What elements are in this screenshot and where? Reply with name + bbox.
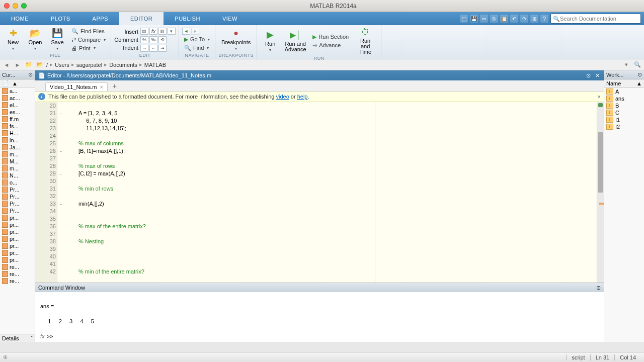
file-item[interactable]: pr... bbox=[0, 256, 35, 263]
line-gutter[interactable]: 2021222324252627282930313233343536373839… bbox=[35, 102, 57, 283]
breakpoints-button[interactable]: ● Breakpoints ▾ bbox=[218, 27, 254, 52]
file-item[interactable]: a... bbox=[0, 87, 35, 95]
new-button[interactable]: ✚ New ▾ bbox=[3, 27, 23, 52]
tab-home[interactable]: HOME bbox=[0, 12, 40, 25]
file-item[interactable]: re... bbox=[0, 270, 35, 278]
file-item[interactable]: M... bbox=[0, 158, 35, 165]
workspace-list[interactable]: AansBCI1I2 bbox=[604, 88, 644, 342]
file-list-header[interactable]: 📄 ▲ bbox=[0, 79, 35, 87]
search-documentation[interactable]: 🔍 bbox=[550, 14, 641, 24]
file-item[interactable]: pr... bbox=[0, 235, 35, 242]
cmd-menu-icon[interactable]: ⊙ bbox=[596, 285, 601, 291]
file-tab-active[interactable]: Video_11_Notes.m × bbox=[45, 82, 108, 91]
file-item[interactable]: N... bbox=[0, 172, 35, 179]
workspace-variable[interactable]: A bbox=[604, 88, 644, 95]
qa-cut-icon[interactable]: ✂ bbox=[480, 15, 488, 23]
code-warning-mark[interactable] bbox=[599, 203, 604, 205]
zoom-window-button[interactable] bbox=[21, 3, 27, 9]
comment-add-icon[interactable]: % bbox=[140, 36, 148, 43]
workspace-variable[interactable]: I2 bbox=[604, 123, 644, 130]
addr-dropdown-button[interactable]: ▾ bbox=[622, 60, 631, 69]
qa-copy-icon[interactable]: ⎘ bbox=[490, 15, 498, 23]
run-section-button[interactable]: ▶Run Section bbox=[310, 33, 351, 41]
file-item[interactable]: Pr... bbox=[0, 207, 35, 214]
run-advance-button[interactable]: ▶│ Run and Advance bbox=[282, 29, 308, 53]
path-seg-3[interactable]: MATLAB bbox=[144, 62, 166, 68]
comment-remove-icon[interactable]: ‰ bbox=[149, 36, 157, 43]
details-header[interactable]: Details ˇ bbox=[0, 334, 35, 342]
banner-help-link[interactable]: help bbox=[297, 94, 308, 100]
qa-icon-1[interactable]: ⬚ bbox=[460, 15, 468, 23]
addr-search-button[interactable]: 🔍 bbox=[633, 60, 642, 69]
insert-fx-icon[interactable]: fx bbox=[149, 28, 157, 35]
qa-help-icon[interactable]: ? bbox=[540, 15, 548, 23]
file-item[interactable]: pr... bbox=[0, 221, 35, 228]
tab-apps[interactable]: APPS bbox=[82, 12, 119, 25]
file-item[interactable]: Pr... bbox=[0, 193, 35, 200]
file-item[interactable]: pr... bbox=[0, 249, 35, 256]
file-item[interactable]: es... bbox=[0, 109, 35, 116]
comment-wrap-icon[interactable]: ⟲ bbox=[158, 36, 167, 43]
editor-body[interactable]: 2021222324252627282930313233343536373839… bbox=[35, 102, 604, 283]
file-tab-close-icon[interactable]: × bbox=[100, 84, 103, 90]
find-files-button[interactable]: 🔍Find Files bbox=[69, 28, 108, 35]
file-item[interactable]: re... bbox=[0, 278, 35, 285]
file-item[interactable]: pr... bbox=[0, 214, 35, 221]
file-item[interactable]: in... bbox=[0, 137, 35, 144]
find-button[interactable]: 🔍Find bbox=[182, 44, 212, 52]
indent-smart-icon[interactable]: ⇥ bbox=[158, 45, 167, 52]
file-item[interactable]: m... bbox=[0, 165, 35, 172]
command-window-body[interactable]: ans = 1 2 3 4 5 fx >> bbox=[35, 292, 604, 342]
tab-view[interactable]: VIEW bbox=[211, 12, 249, 25]
insert-misc-icon[interactable]: ▥ bbox=[158, 28, 167, 35]
current-folder-header[interactable]: Cur... ⊙ bbox=[0, 70, 35, 79]
file-item[interactable]: Ja... bbox=[0, 144, 35, 151]
nav-back-icon[interactable]: ◄ bbox=[182, 28, 190, 35]
file-item[interactable]: Pr... bbox=[0, 186, 35, 193]
goto-button[interactable]: ▶Go To bbox=[182, 36, 212, 43]
file-item[interactable]: Pr... bbox=[0, 200, 35, 207]
print-button[interactable]: 🖨Print bbox=[69, 45, 108, 52]
indent-left-icon[interactable]: ← bbox=[149, 45, 157, 52]
command-window-header[interactable]: Command Window ⊙ bbox=[35, 283, 604, 292]
banner-video-link[interactable]: video bbox=[276, 94, 289, 100]
workspace-variable[interactable]: C bbox=[604, 109, 644, 116]
workspace-header[interactable]: Work... ⊙ bbox=[604, 70, 644, 79]
addr-back-button[interactable]: ◄ bbox=[2, 60, 11, 69]
file-item[interactable]: o... bbox=[0, 179, 35, 186]
open-button[interactable]: 📂 Open ▾ bbox=[25, 27, 45, 52]
indent-right-icon[interactable]: → bbox=[140, 45, 148, 52]
tab-publish[interactable]: PUBLISH bbox=[164, 12, 211, 25]
add-tab-button[interactable]: + bbox=[109, 81, 121, 91]
workspace-variable[interactable]: B bbox=[604, 102, 644, 109]
banner-close-icon[interactable]: × bbox=[598, 94, 601, 100]
exec-gutter[interactable]: ---- bbox=[57, 102, 64, 283]
path-seg-1[interactable]: sagarpatel bbox=[76, 62, 102, 68]
file-item[interactable]: pr... bbox=[0, 242, 35, 249]
path-seg-0[interactable]: Users bbox=[55, 62, 69, 68]
addr-up-button[interactable]: 📁 bbox=[24, 60, 33, 69]
qa-paste-icon[interactable]: 📋 bbox=[500, 15, 508, 23]
run-button[interactable]: ▶ Run ▾ bbox=[260, 29, 280, 53]
address-path[interactable]: /▸ Users▸ sagarpatel▸ Documents▸ MATLAB bbox=[46, 61, 166, 68]
file-item[interactable]: el... bbox=[0, 102, 35, 109]
panel-menu-icon[interactable]: ⊙ bbox=[28, 71, 33, 78]
file-item[interactable]: fs... bbox=[0, 123, 35, 130]
code-health-indicator[interactable] bbox=[598, 103, 603, 107]
file-item[interactable]: m... bbox=[0, 151, 35, 158]
addr-browse-button[interactable]: 📂 bbox=[35, 60, 44, 69]
search-input[interactable] bbox=[560, 16, 638, 22]
file-list[interactable]: a...ac...el...es...ff.mfs...H...in...Ja.… bbox=[0, 87, 35, 334]
cmd-prompt[interactable]: fx >> bbox=[40, 333, 599, 340]
scrollbar-thumb[interactable] bbox=[598, 132, 603, 193]
nav-fwd-icon[interactable]: ► bbox=[191, 28, 199, 35]
ws-menu-icon[interactable]: ⊙ bbox=[637, 71, 642, 78]
advance-button[interactable]: ⇥Advance bbox=[310, 42, 351, 49]
code-area[interactable]: A = [1, 2, 3, 4, 5 6, 7, 8, 9, 10 11,12,… bbox=[64, 102, 597, 283]
file-item[interactable]: ff.m bbox=[0, 116, 35, 123]
file-item[interactable]: re... bbox=[0, 263, 35, 270]
tab-editor[interactable]: EDITOR bbox=[119, 12, 164, 25]
qa-undo-icon[interactable]: ↶ bbox=[510, 15, 518, 23]
insert-section-icon[interactable]: ▤ bbox=[140, 28, 148, 35]
file-item[interactable]: H... bbox=[0, 130, 35, 137]
